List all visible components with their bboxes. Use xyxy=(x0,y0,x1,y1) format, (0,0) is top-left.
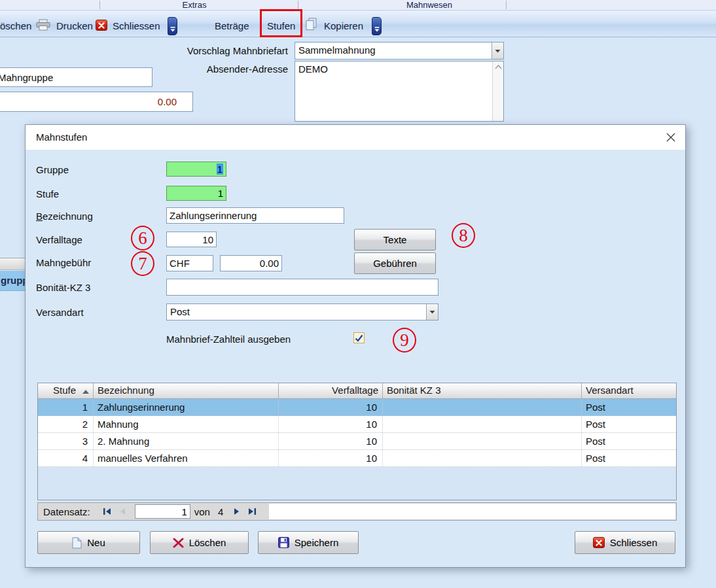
loeschen-button-label: Löschen xyxy=(189,537,226,548)
versandart-combobox[interactable]: Post xyxy=(166,303,439,320)
column-header-bezeichnung[interactable]: Bezeichnung xyxy=(94,383,279,398)
absender-value: DEMO xyxy=(298,63,328,75)
nav-of-label: von xyxy=(194,506,210,517)
mahngruppe-field[interactable] xyxy=(0,67,152,87)
mahnbriefart-value: Sammelmahnung xyxy=(295,43,492,59)
background-grid-header: grupp xyxy=(0,271,25,291)
table-header: Stufe Bezeichnung Verfalltage Bonität KZ… xyxy=(38,383,676,399)
gruppe-field[interactable]: 1 xyxy=(166,162,226,177)
stufe-field[interactable]: 1 xyxy=(166,186,226,201)
cell-verfalltage: 10 xyxy=(279,399,383,415)
fee-field[interactable] xyxy=(220,255,282,271)
scrollbar[interactable] xyxy=(492,61,503,121)
annotation-circle-9: 9 xyxy=(393,328,416,353)
application-window: Extras Mahnwesen öschen Drucken Schliess… xyxy=(0,0,716,588)
sort-ascending-icon xyxy=(82,390,89,394)
cell-bonitaet xyxy=(383,416,582,432)
versandart-label: Versandart xyxy=(36,307,84,318)
nav-first-button[interactable] xyxy=(99,505,115,518)
mahngebuehr-label: Mahngebühr xyxy=(36,257,91,268)
stufen-table: Stufe Bezeichnung Verfalltage Bonität KZ… xyxy=(37,383,677,500)
dialog-title: Mahnstufen xyxy=(36,131,87,143)
close-icon[interactable] xyxy=(666,132,676,143)
loeschen-button[interactable]: Löschen xyxy=(150,531,249,554)
toolbar-overflow-chevron-icon[interactable] xyxy=(168,17,177,35)
printer-icon xyxy=(36,19,50,31)
verfalltage-label: Verfalltage xyxy=(36,234,82,245)
table-row[interactable]: 3 2. Mahnung 10 Post xyxy=(38,433,676,450)
menu-extras[interactable]: Extras xyxy=(149,0,240,10)
column-header-bonitaet[interactable]: Bonität KZ 3 xyxy=(383,383,582,398)
absender-label: Absender-Adresse xyxy=(154,63,288,75)
stufe-label: Stufe xyxy=(36,188,59,199)
betraege-button[interactable]: Beträge xyxy=(215,20,249,31)
neu-button[interactable]: Neu xyxy=(37,531,140,554)
chevron-down-icon[interactable] xyxy=(426,304,438,320)
mahnbriefart-label: Vorschlag Mahnbriefart xyxy=(154,45,288,56)
delete-button[interactable]: öschen xyxy=(0,20,31,31)
new-page-icon xyxy=(72,537,82,549)
checkmark-icon xyxy=(355,334,363,342)
annotation-circle-8: 8 xyxy=(452,223,475,248)
close-window-button[interactable]: Schliessen xyxy=(113,20,160,31)
mahnbriefart-combobox[interactable]: Sammelmahnung xyxy=(295,42,504,60)
background-panel-edge xyxy=(0,258,25,270)
cell-versandart: Post xyxy=(582,450,676,466)
cell-stufe: 4 xyxy=(38,450,94,466)
nav-current-record-input[interactable] xyxy=(135,504,190,519)
navigator-filler xyxy=(269,504,675,519)
speichern-button[interactable]: Speichern xyxy=(258,531,359,554)
table-row[interactable]: 2 Mahnung 10 Post xyxy=(38,416,676,433)
chevron-down-icon[interactable] xyxy=(492,43,503,59)
cell-verfalltage: 10 xyxy=(279,433,383,449)
cell-versandart: Post xyxy=(582,399,676,415)
cell-stufe: 3 xyxy=(38,433,94,449)
nav-last-button[interactable] xyxy=(244,505,260,518)
stufe-value: 1 xyxy=(218,188,223,199)
nav-next-button[interactable] xyxy=(228,505,244,518)
cell-stufe: 1 xyxy=(38,399,94,415)
absender-textarea[interactable]: DEMO xyxy=(295,61,504,122)
gruppe-value: 1 xyxy=(217,164,223,175)
cell-bonitaet xyxy=(383,433,582,449)
column-header-verfalltage[interactable]: Verfalltage xyxy=(279,383,383,398)
cell-bonitaet xyxy=(383,399,582,415)
cell-versandart: Post xyxy=(582,433,676,449)
currency-field[interactable] xyxy=(166,255,213,271)
table-row[interactable]: 4 manuelles Verfahren 10 Post xyxy=(38,450,676,467)
kopieren-button[interactable]: Kopieren xyxy=(324,20,363,31)
cell-bezeichnung: Zahlungserinnerung xyxy=(94,399,279,415)
bezeichnung-field[interactable] xyxy=(166,207,344,224)
toolbar: öschen Drucken Schliessen Beträge Stufen… xyxy=(0,11,716,37)
annotation-circle-6: 6 xyxy=(131,226,154,251)
column-header-versandart[interactable]: Versandart xyxy=(582,383,676,398)
bezeichnung-label-rest: ezeichnung xyxy=(43,211,93,222)
amount-field[interactable] xyxy=(0,92,193,112)
chevron-up-icon xyxy=(495,65,502,69)
red-highlight-box xyxy=(260,9,302,37)
bonitaet-field[interactable] xyxy=(166,279,439,296)
verfalltage-field[interactable] xyxy=(166,232,217,247)
zahlteil-checkbox[interactable] xyxy=(353,332,365,343)
menu-mahnwesen[interactable]: Mahnwesen xyxy=(380,0,478,10)
versandart-value: Post xyxy=(167,304,426,320)
dialog-titlebar: Mahnstufen xyxy=(26,125,685,150)
bezeichnung-label: Bezeichnung xyxy=(36,211,93,222)
column-header-stufe[interactable]: Stufe xyxy=(38,383,94,398)
record-navigator: Datensatz: von 4 xyxy=(37,502,677,521)
print-button[interactable]: Drucken xyxy=(56,20,93,31)
cell-bezeichnung: Mahnung xyxy=(94,416,279,432)
bezeichnung-label-accel: B xyxy=(36,211,43,222)
nav-total-records: 4 xyxy=(218,506,223,517)
bonitaet-label: Bonität-KZ 3 xyxy=(36,282,90,293)
gebuehren-button[interactable]: Gebühren xyxy=(354,252,436,274)
toolbar-overflow-chevron-icon[interactable] xyxy=(372,17,382,35)
speichern-button-label: Speichern xyxy=(295,537,339,548)
nav-prev-button[interactable] xyxy=(115,505,131,518)
copy-icon xyxy=(305,18,317,31)
texte-button[interactable]: Texte xyxy=(354,229,436,251)
mahnstufen-dialog: Mahnstufen Gruppe Stufe Bezeichnung Verf… xyxy=(25,124,686,568)
save-floppy-icon xyxy=(278,537,289,548)
schliessen-button[interactable]: Schliessen xyxy=(575,531,675,554)
table-row[interactable]: 1 Zahlungserinnerung 10 Post xyxy=(38,399,676,416)
